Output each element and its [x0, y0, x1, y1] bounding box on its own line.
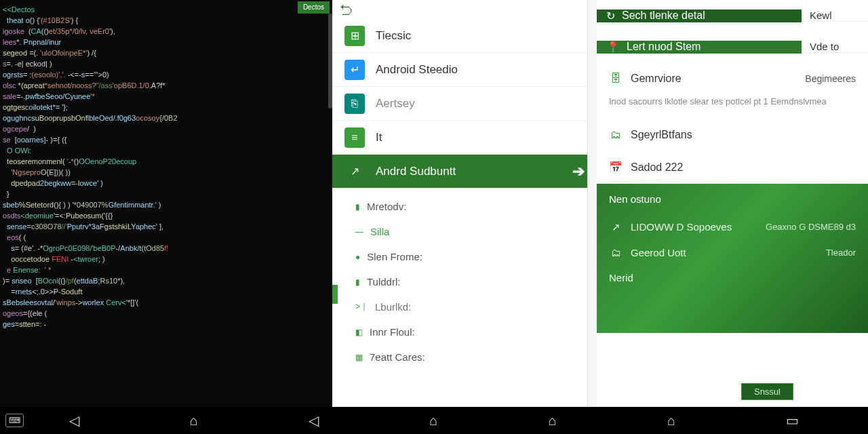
- folder-icon: 🗂: [609, 128, 623, 142]
- pin-icon: 📍: [606, 41, 620, 54]
- code-line: s=. -e| eckod| ): [3, 58, 330, 69]
- featured-title: Nen ostuno: [609, 193, 856, 205]
- keyboard-icon[interactable]: ⌨: [5, 414, 24, 427]
- code-line: ooccetodoe FENI -<twroer; ): [3, 254, 330, 264]
- code-line: dpedpad2begkww=-lowce' ): [3, 178, 330, 189]
- detail-header-1[interactable]: ↻Sech tlenke detal Kewl: [597, 0, 868, 31]
- sub-item[interactable]: >｜Lburlkd:: [343, 294, 597, 319]
- header-2-right[interactable]: Vde to: [802, 41, 868, 53]
- menu-item-label: Aertsey: [376, 97, 415, 111]
- menu-item-tiecsic[interactable]: ⊞Tiecsic: [332, 19, 597, 53]
- app-icon: ↗: [344, 161, 365, 182]
- header-1-right[interactable]: Kewl: [802, 9, 868, 22]
- code-line: teoseremonmenl( '-*()OOenoP20ecoup: [3, 156, 330, 167]
- detail-item-1-label: Gemrviore: [631, 73, 682, 85]
- featured-row-1-label: LIDOWW D Sopoeves: [631, 221, 732, 233]
- menu-item-andrd-sudbuntt[interactable]: ↗Andrd Sudbuntt➔: [332, 155, 597, 189]
- detail-header-2[interactable]: 📍Lert nuod Stem Vde to: [597, 31, 868, 62]
- code-line: }: [3, 189, 330, 199]
- code-line: eos( (: [3, 232, 330, 243]
- app-icon: ≡: [344, 127, 365, 148]
- code-line: ogughncsuBooprupsbOnflbleOed/.f0g63ocoso…: [3, 113, 330, 123]
- android-nav-bar: ⌨ ◁ ⌂ ◁ ⌂ ⌂ ⌂ ▭: [0, 407, 868, 434]
- detail-item-sadod[interactable]: 📅 Sadod 222: [597, 151, 868, 184]
- detail-description: Inod sacourrs lklotle slear tes potlcel …: [597, 95, 868, 119]
- arrow-icon: ↗: [609, 221, 623, 233]
- bullet-icon: ◧: [355, 328, 363, 337]
- menu-item-label: It: [376, 131, 382, 144]
- code-body[interactable]: <<Dectos theat o() {'(#10B2S') {igoske (…: [3, 4, 330, 330]
- bullet-icon: >｜: [355, 301, 368, 313]
- featured-row-2-right: Tleador: [826, 248, 856, 258]
- featured-row-2-label: Geerod Uott: [631, 247, 686, 258]
- detail-item-sgeyrlbtfans[interactable]: 🗂 SgeyrlBtfans: [597, 119, 868, 151]
- app-icon: ⊞: [344, 26, 365, 46]
- code-line: sense=c308O78//'Pputrv*3aFgstshkiLYaphec…: [3, 221, 330, 232]
- sub-list: ▮Mretodv:—Silla●Slen Frome:▮Tulddrl:>｜Lb…: [332, 189, 597, 370]
- menu-item-label: Android Steedio: [376, 63, 458, 77]
- code-line: segeod =(. 'uloOfoinpeE*') /{: [3, 47, 330, 58]
- code-line: <<Dectos: [3, 4, 330, 15]
- chevron-right-icon: ➔: [572, 163, 585, 180]
- code-line: 'NgseproO{E]))( )): [3, 167, 330, 178]
- menu-right-gutter: [587, 0, 597, 407]
- code-tab-active[interactable]: Dectos: [298, 1, 330, 14]
- sub-item[interactable]: ▮Mretodv:: [343, 194, 597, 219]
- sub-item-label: Tulddrl:: [367, 276, 400, 288]
- featured-row-3-label: Nerid: [609, 272, 633, 283]
- detail-item-2-label: SgeyrlBtfans: [631, 129, 692, 141]
- featured-action-button[interactable]: Snssul: [741, 383, 793, 400]
- calendar-icon: 📅: [609, 161, 623, 174]
- back-nav-icon[interactable]: ◁: [309, 412, 319, 429]
- sub-item[interactable]: ●Slen Frome:: [343, 244, 597, 269]
- detail-item-3-label: Sadod 222: [631, 161, 683, 174]
- home-nav-icon[interactable]: ⌂: [549, 413, 557, 429]
- sub-item[interactable]: ▮Tulddrl:: [343, 269, 597, 294]
- code-line: O OWi:: [3, 145, 330, 156]
- sub-item-label: Lburlkd:: [375, 301, 411, 313]
- code-line: ogrsts= :(esoolo)','. -<=-s=='''>0): [3, 69, 330, 80]
- folder-icon: 🗂: [609, 247, 623, 258]
- refresh-icon: ↻: [606, 9, 615, 22]
- menu-item-it[interactable]: ≡It: [332, 121, 597, 155]
- sub-item[interactable]: ◧Innr Floul:: [343, 319, 597, 344]
- home-nav-icon[interactable]: ⌂: [429, 413, 437, 429]
- sub-item[interactable]: ▦7eatt Cares:: [343, 344, 597, 370]
- featured-row-2[interactable]: 🗂 Geerod Uott Tleador: [609, 240, 856, 265]
- menu-item-label: Andrd Sudbuntt: [376, 165, 456, 178]
- code-editor-screen: Dectos <<Dectos theat o() {'(#10B2S') {i…: [0, 0, 332, 407]
- sub-item[interactable]: —Silla: [343, 219, 597, 244]
- recents-nav-icon[interactable]: ▭: [786, 412, 799, 429]
- code-line: osdts<deomiue'=<:Pubeosum('{{}: [3, 210, 330, 221]
- bullet-icon: ▮: [355, 277, 360, 287]
- home-nav-icon[interactable]: ⌂: [667, 413, 675, 429]
- featured-row-1[interactable]: ↗ LIDOWW D Sopoeves Geaxno G DSME89 d3: [609, 214, 856, 240]
- code-line: sale=-.pwfbeSeoo/Cyunee'*: [3, 91, 330, 102]
- menu-item-android-steedio[interactable]: ↵Android Steedio: [332, 53, 597, 87]
- featured-panel: Nen ostuno ↗ LIDOWW D Sopoeves Geaxno G …: [597, 184, 868, 333]
- sub-item-label: Silla: [370, 226, 389, 237]
- code-line: )= snseo [BOcni((}/pf(ettdaB;Rs10*),: [3, 275, 330, 286]
- featured-row-3[interactable]: Nerid: [609, 265, 856, 290]
- code-line: ogcepe/ ): [3, 123, 330, 134]
- home-nav-icon[interactable]: ⌂: [190, 413, 198, 429]
- archive-icon: 🗄: [609, 72, 623, 85]
- menu-list: ⊞Tiecsic↵Android Steedio⎘Aertsey≡It↗Andr…: [332, 19, 597, 189]
- sub-item-label: 7eatt Cares:: [370, 351, 425, 363]
- menu-item-label: Tiecsic: [376, 29, 411, 43]
- header-2-label: Lert nuod Stem: [627, 41, 701, 53]
- bullet-icon: ▦: [355, 353, 363, 362]
- back-nav-icon[interactable]: ◁: [69, 412, 79, 429]
- code-line: e Enense: ' *: [3, 264, 330, 275]
- selection-indicator: [332, 285, 338, 304]
- menu-screen: ⮌ ⊞Tiecsic↵Android Steedio⎘Aertsey≡It↗An…: [332, 0, 597, 407]
- code-line: lees*. Pnpnal/inur: [3, 37, 330, 47]
- menu-item-aertsey[interactable]: ⎘Aertsey: [332, 87, 597, 121]
- detail-screen: ↻Sech tlenke detal Kewl 📍Lert nuod Stem …: [597, 0, 868, 407]
- header-1-label: Sech tlenke detal: [622, 9, 705, 22]
- detail-item-gemviore[interactable]: 🗄 Gemrviore Begimeeres: [597, 62, 868, 95]
- sub-item-label: Slen Frome:: [367, 251, 422, 262]
- bullet-icon: —: [355, 227, 363, 237]
- code-line: se [ooarnes]- )={ ({: [3, 134, 330, 145]
- back-icon[interactable]: ⮌: [339, 3, 353, 18]
